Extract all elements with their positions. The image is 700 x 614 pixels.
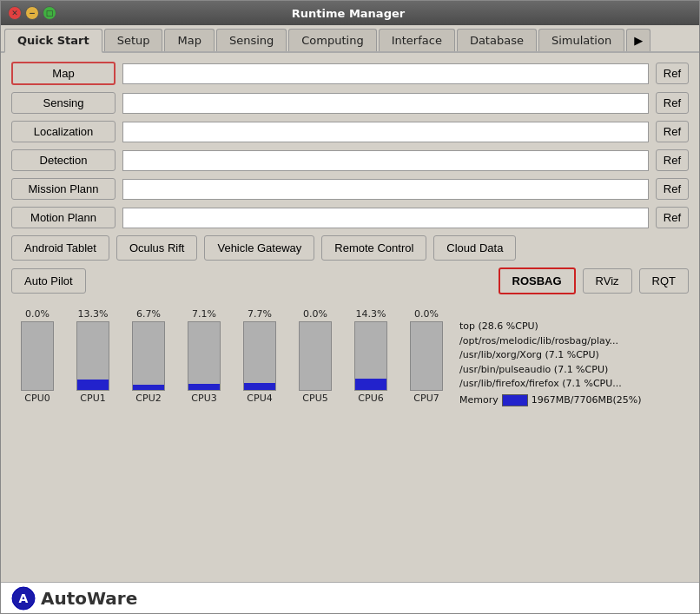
tab-simulation[interactable]: Simulation: [538, 29, 624, 51]
maximize-button[interactable]: □: [43, 6, 56, 20]
cpu-label-2: CPU2: [135, 393, 161, 404]
tab-interface[interactable]: Interface: [379, 29, 455, 51]
window-controls: ✕ − □: [8, 6, 56, 20]
svg-text:A: A: [19, 591, 29, 605]
localization-ref-button[interactable]: Ref: [656, 121, 689, 142]
system-info-line-4: /usr/lib/firefox/firefox (7.1 %CPU...: [459, 377, 689, 392]
action-row: Android Tablet Oculus Rift Vehicle Gatew…: [11, 235, 689, 261]
cpu-label-5: CPU5: [302, 393, 327, 404]
memory-label: Memory: [459, 393, 499, 408]
system-info-line-1: /opt/ros/melodic/lib/rosbag/play...: [459, 334, 689, 349]
vehicle-gateway-button[interactable]: Vehicle Gateway: [204, 235, 314, 261]
cpu-bar-container-7: [410, 321, 443, 391]
memory-text: 1967MB/7706MB(25%): [532, 393, 642, 408]
motion-plann-button[interactable]: Motion Plann: [11, 207, 116, 228]
autoware-logo-text: AutoWare: [41, 588, 137, 609]
android-tablet-button[interactable]: Android Tablet: [11, 235, 109, 261]
cpu-pct-5: 0.0%: [303, 308, 327, 320]
cpu-label-7: CPU7: [413, 393, 439, 404]
localization-button[interactable]: Localization: [11, 121, 116, 142]
cpu-pct-2: 6.7%: [136, 308, 161, 320]
cpu-group-4: 7.7%CPU4: [234, 308, 286, 404]
sensing-row: Sensing Ref: [11, 92, 689, 114]
footer: A AutoWare: [1, 582, 699, 613]
rqt-button[interactable]: RQT: [639, 268, 689, 294]
autoware-icon: A: [11, 586, 36, 611]
cpu-pct-7: 0.0%: [414, 308, 439, 320]
cpu-bar-container-2: [132, 321, 165, 391]
detection-ref-button[interactable]: Ref: [656, 149, 689, 171]
minimize-button[interactable]: −: [25, 6, 39, 20]
cpu-bar-container-0: [21, 321, 54, 391]
sensing-ref-button[interactable]: Ref: [656, 92, 689, 114]
localization-row: Localization Ref: [11, 121, 689, 142]
motion-plann-ref-button[interactable]: Ref: [656, 207, 689, 228]
tab-computing[interactable]: Computing: [288, 29, 376, 51]
tab-sensing[interactable]: Sensing: [216, 29, 287, 51]
tab-map[interactable]: Map: [164, 29, 214, 51]
system-info-line-0: top (28.6 %CPU): [459, 320, 689, 334]
cpu-bar-fill-6: [355, 379, 386, 390]
cpu-label-6: CPU6: [358, 393, 383, 404]
cloud-data-button[interactable]: Cloud Data: [433, 235, 516, 261]
sensing-input[interactable]: [122, 93, 649, 114]
memory-row: Memory1967MB/7706MB(25%): [459, 393, 689, 408]
cpu-label-4: CPU4: [247, 393, 272, 404]
cpu-bar-container-3: [188, 321, 221, 391]
motion-plann-row: Motion Plann Ref: [11, 207, 689, 228]
tab-quick-start[interactable]: Quick Start: [4, 29, 102, 53]
system-info: top (28.6 %CPU)/opt/ros/melodic/lib/rosb…: [452, 320, 689, 407]
motion-plann-input[interactable]: [122, 208, 649, 228]
cpu-group-5: 0.0%CPU5: [289, 308, 341, 404]
cpu-pct-1: 13.3%: [78, 308, 109, 320]
close-button[interactable]: ✕: [8, 6, 22, 20]
system-info-line-3: /usr/bin/pulseaudio (7.1 %CPU): [459, 363, 689, 378]
detection-row: Detection Ref: [11, 149, 689, 171]
cpu-bar-container-1: [76, 321, 109, 391]
cpu-bar-container-4: [243, 321, 276, 391]
cpu-group-0: 0.0%CPU0: [11, 308, 63, 404]
map-button[interactable]: Map: [11, 62, 116, 85]
map-ref-button[interactable]: Ref: [656, 63, 689, 84]
mission-plann-ref-button[interactable]: Ref: [656, 178, 689, 200]
title-bar: ✕ − □ Runtime Manager: [1, 1, 699, 25]
main-window: ✕ − □ Runtime Manager Quick Start Setup …: [0, 0, 700, 614]
cpu-pct-3: 7.1%: [192, 308, 216, 320]
mission-plann-input[interactable]: [122, 179, 649, 200]
cpu-group-7: 0.0%CPU7: [400, 308, 452, 404]
cpu-bar-container-6: [354, 321, 387, 391]
cpu-label-0: CPU0: [24, 393, 50, 404]
autoware-logo: A AutoWare: [11, 586, 137, 611]
cpu-group-6: 14.3%CPU6: [345, 308, 397, 404]
cpu-pct-6: 14.3%: [356, 308, 386, 320]
main-content: Map Ref Sensing Ref Localization Ref Det…: [1, 53, 699, 582]
map-input[interactable]: [122, 63, 649, 84]
rviz-button[interactable]: RViz: [583, 268, 632, 294]
cpu-bar-fill-2: [133, 385, 164, 390]
cpu-bar-fill-1: [77, 380, 109, 390]
tab-setup[interactable]: Setup: [104, 29, 163, 51]
oculus-rift-button[interactable]: Oculus Rift: [116, 235, 198, 261]
rosbag-button[interactable]: ROSBAG: [499, 267, 576, 294]
autopilot-button[interactable]: Auto Pilot: [11, 268, 86, 294]
cpu-bar-container-5: [299, 321, 332, 391]
cpu-bar-fill-3: [188, 384, 220, 390]
cpu-group-3: 7.1%CPU3: [178, 308, 230, 404]
detection-button[interactable]: Detection: [11, 149, 116, 171]
cpu-group-1: 13.3%CPU1: [67, 308, 119, 404]
sensing-button[interactable]: Sensing: [11, 92, 116, 114]
window-title: Runtime Manager: [56, 7, 640, 20]
remote-control-button[interactable]: Remote Control: [321, 235, 426, 261]
mission-plann-row: Mission Plann Ref: [11, 178, 689, 200]
cpu-label-3: CPU3: [191, 393, 216, 404]
mission-plann-button[interactable]: Mission Plann: [11, 178, 116, 200]
tab-more[interactable]: ▶: [626, 29, 650, 51]
detection-input[interactable]: [122, 150, 649, 171]
localization-input[interactable]: [122, 122, 649, 142]
cpu-bar-fill-4: [244, 383, 275, 390]
bottom-row: Auto Pilot ROSBAG RViz RQT: [11, 267, 689, 294]
cpu-bars: 0.0%CPU013.3%CPU16.7%CPU27.1%CPU37.7%CPU…: [11, 305, 452, 407]
memory-bar: [502, 394, 528, 406]
system-info-line-2: /usr/lib/xorg/Xorg (7.1 %CPU): [459, 348, 689, 363]
tab-database[interactable]: Database: [457, 29, 537, 51]
